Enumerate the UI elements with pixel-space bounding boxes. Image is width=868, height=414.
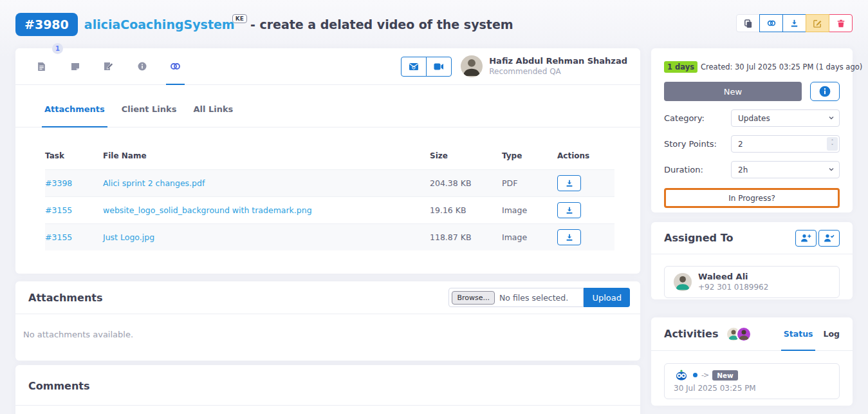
qa-name: Hafiz Abdul Rehman Shahzad [489, 56, 627, 66]
transition-arrow: -> [701, 371, 708, 379]
attachments-title: Attachments [28, 292, 102, 304]
col-header-size: Size [430, 145, 502, 170]
task-detail-card: 1 [15, 48, 640, 274]
title-wrap: #3980 aliciaCoachingSystemKE - create a … [15, 13, 513, 36]
comments-title: Comments [28, 380, 90, 392]
contact-button-group [401, 57, 452, 77]
story-points-label: Story Points: [664, 139, 717, 149]
file-type: PDF [502, 170, 557, 197]
activities-card: Activities Status Log -> Ne [651, 317, 853, 406]
info-circle-icon [819, 86, 831, 97]
download-button[interactable] [782, 14, 806, 32]
col-header-file-name: File Name [103, 145, 430, 170]
delete-button[interactable] [829, 14, 853, 32]
upload-controls: Browse... No files selected. Upload [448, 288, 630, 307]
tab-client-links[interactable]: Client Links [119, 104, 180, 127]
tab-notes[interactable] [64, 48, 86, 84]
assigned-to-title: Assigned To [664, 232, 733, 244]
status-new-button[interactable]: New [664, 82, 802, 101]
assignee-phone: +92 301 0189962 [698, 283, 768, 293]
file-type: Image [502, 197, 557, 224]
in-progress-button[interactable]: In Progress? [664, 188, 840, 208]
assignee-avatar [674, 273, 692, 291]
age-badge: 1 days [664, 61, 697, 73]
add-assignee-button[interactable] [795, 230, 817, 247]
status-card: 1 days Created: 30 Jul 2025 03:25 PM (1 … [651, 48, 853, 212]
assigned-to-card: Assigned To Waleed Ali +92 301 0 [651, 222, 853, 299]
no-file-text: No files selected. [499, 293, 568, 303]
assignee-item[interactable]: Waleed Ali +92 301 0189962 [664, 266, 840, 298]
tab-log[interactable]: Log [823, 317, 840, 350]
attachments-table: Task File Name Size Type Actions #3398 A… [45, 145, 614, 250]
tab-links[interactable] [165, 48, 186, 84]
task-link[interactable]: #3155 [45, 232, 72, 242]
video-icon [434, 63, 444, 70]
copy-link-button[interactable] [759, 14, 783, 32]
edit-button[interactable] [806, 14, 829, 32]
activities-title: Activities [664, 328, 718, 340]
participant-avatar [736, 326, 752, 342]
table-row: #3155 website_logo_solid_background with… [45, 197, 614, 224]
trash-icon [836, 19, 845, 28]
main-column: 1 [15, 48, 640, 414]
duration-select[interactable]: 2h [731, 161, 840, 178]
approve-assignee-button[interactable] [818, 230, 840, 247]
file-input[interactable]: Browse... No files selected. [448, 288, 584, 307]
attachments-upload-card: Attachments Browse... No files selected.… [15, 281, 640, 361]
tab-attachments[interactable]: Attachments [42, 104, 107, 127]
robot-icon [674, 370, 689, 381]
tab-info[interactable] [131, 48, 152, 84]
status-dot [693, 373, 697, 377]
notification-count-badge: 1 [52, 43, 63, 54]
info-icon [138, 62, 147, 71]
created-text: Created: 30 Jul 2025 03:25 PM (1 days ag… [701, 62, 862, 71]
table-row: #3155 Just Logo.jpg 118.87 KB Image [45, 224, 614, 251]
file-link[interactable]: website_logo_solid_background with trade… [103, 205, 312, 215]
file-link[interactable]: Just Logo.jpg [103, 232, 154, 242]
mail-button[interactable] [401, 57, 427, 77]
copy-icon [743, 19, 753, 28]
col-header-task: Task [45, 145, 103, 170]
tab-all-links[interactable]: All Links [190, 104, 235, 127]
tab-details[interactable] [31, 48, 52, 84]
tab-edit-notes[interactable] [98, 48, 119, 84]
browse-button[interactable]: Browse... [452, 291, 495, 305]
file-size: 19.16 KB [430, 197, 502, 224]
category-select[interactable]: Updates [731, 109, 840, 127]
link-icon [766, 18, 777, 28]
file-link[interactable]: Alici sprint 2 changes.pdf [103, 178, 205, 188]
row-download-button[interactable] [557, 202, 581, 218]
copy-button[interactable] [736, 14, 760, 32]
row-download-button[interactable] [557, 229, 581, 245]
comments-card: Comments Add a new comment [15, 365, 640, 414]
page-title: - create a delated video of the system [250, 17, 513, 32]
download-icon [790, 19, 799, 28]
file-icon [37, 62, 46, 71]
video-call-button[interactable] [426, 57, 452, 77]
status-badge: New [712, 370, 738, 381]
row-download-button[interactable] [557, 175, 581, 191]
task-link[interactable]: #3155 [45, 205, 72, 215]
icon-tab-bar [31, 48, 186, 84]
activity-entry: -> New 30 Jul 2025 03:25 PM [664, 363, 840, 399]
sidebar: 1 days Created: 30 Jul 2025 03:25 PM (1 … [651, 48, 853, 406]
header-toolbar [736, 14, 853, 32]
task-id-badge: #3980 [15, 13, 78, 36]
qa-avatar [461, 55, 483, 77]
activity-avatars [726, 326, 752, 342]
project-link[interactable]: aliciaCoachingSystem [84, 17, 235, 32]
upload-button[interactable]: Upload [584, 288, 630, 307]
number-stepper[interactable]: ˄˅ [827, 137, 838, 151]
add-comment-input[interactable]: Add a new comment [15, 406, 640, 414]
attachments-empty-text: No attachments available. [15, 314, 640, 339]
status-info-button[interactable] [810, 82, 840, 101]
download-icon [565, 233, 574, 242]
download-icon [565, 179, 574, 188]
story-points-input[interactable] [731, 135, 840, 153]
duration-label: Duration: [664, 165, 703, 174]
category-label: Category: [664, 113, 705, 123]
task-link[interactable]: #3398 [45, 178, 72, 188]
links-tab-bar: Attachments Client Links All Links [15, 85, 640, 127]
person-check-icon [824, 234, 835, 242]
tab-status[interactable]: Status [784, 317, 813, 350]
